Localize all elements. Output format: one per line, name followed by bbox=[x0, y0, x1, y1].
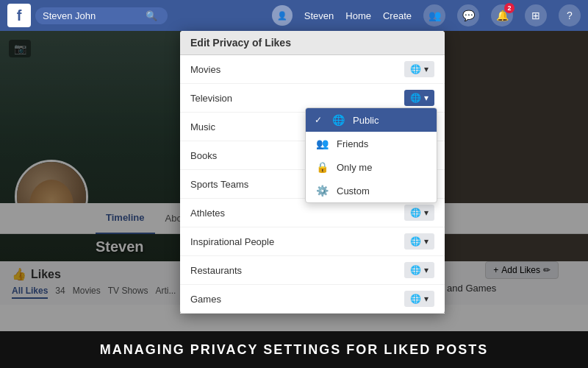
games-privacy-btn[interactable]: 🌐 ▾ bbox=[404, 291, 434, 307]
globe-icon-public: 🌐 bbox=[331, 114, 345, 126]
inspirational-privacy-btn[interactable]: 🌐 ▾ bbox=[404, 233, 434, 250]
movies-privacy-btn[interactable]: 🌐 ▾ bbox=[404, 61, 434, 77]
modal-row-games: Games 🌐 ▾ bbox=[180, 285, 445, 314]
globe-icon-tv: 🌐 bbox=[410, 93, 421, 103]
modal-header: Edit Privacy of Likes bbox=[180, 31, 445, 55]
games-label: Games bbox=[190, 294, 221, 305]
search-input[interactable] bbox=[43, 10, 146, 21]
messenger-icon-btn[interactable]: 💬 bbox=[457, 4, 479, 26]
chevron-down-icon-games: ▾ bbox=[424, 294, 429, 304]
top-nav: f 🔍 👤 Steven Home Create 👥 💬 🔔 2 ⊞ ? bbox=[0, 0, 588, 31]
menu-icon: ⊞ bbox=[531, 10, 540, 21]
modal-row-movies: Movies 🌐 ▾ bbox=[180, 55, 445, 84]
globe-icon-athletes: 🌐 bbox=[410, 208, 421, 218]
friends-label: Friends bbox=[337, 138, 368, 149]
music-label: Music bbox=[190, 121, 215, 132]
search-bar[interactable]: 🔍 bbox=[35, 7, 168, 24]
friends-icon: 👥 bbox=[429, 10, 441, 21]
chevron-down-icon-rest: ▾ bbox=[424, 265, 429, 275]
chevron-down-icon-insp: ▾ bbox=[424, 236, 429, 247]
television-label: Television bbox=[190, 93, 232, 104]
onlyme-label: Only me bbox=[337, 162, 372, 173]
chevron-down-icon-tv: ▾ bbox=[424, 93, 429, 103]
nav-home[interactable]: Home bbox=[345, 10, 371, 21]
nav-create[interactable]: Create bbox=[383, 10, 412, 21]
chevron-down-icon-athletes: ▾ bbox=[424, 208, 429, 218]
nav-username[interactable]: Steven bbox=[304, 10, 334, 21]
friends-group-icon: 👥 bbox=[315, 138, 329, 149]
globe-icon-insp: 🌐 bbox=[410, 236, 421, 247]
search-icon: 🔍 bbox=[146, 10, 157, 21]
nav-center: 👤 Steven Home Create 👥 💬 🔔 2 ⊞ ? bbox=[168, 4, 581, 26]
messenger-icon: 💬 bbox=[462, 10, 475, 21]
television-privacy-btn[interactable]: 🌐 ▾ bbox=[404, 90, 434, 106]
help-icon-btn[interactable]: ? bbox=[559, 4, 581, 26]
dropdown-item-public[interactable]: ✓ 🌐 Public bbox=[306, 108, 437, 132]
athletes-privacy-btn[interactable]: 🌐 ▾ bbox=[404, 205, 434, 221]
books-label: Books bbox=[190, 150, 217, 161]
globe-icon: 🌐 bbox=[410, 64, 421, 74]
notification-badge: 2 bbox=[504, 3, 514, 13]
bottom-bar-text: MANAGING PRIVACY SETTINGS FOR LIKED POST… bbox=[100, 342, 488, 358]
modal-row-restaurants: Restaurants 🌐 ▾ bbox=[180, 256, 445, 285]
dropdown-item-onlyme[interactable]: 🔒 Only me bbox=[306, 155, 437, 179]
facebook-logo: f bbox=[7, 4, 31, 27]
dropdown-item-friends[interactable]: 👥 Friends bbox=[306, 132, 437, 155]
help-icon: ? bbox=[567, 10, 573, 21]
dropdown-item-custom[interactable]: ⚙️ Custom bbox=[306, 179, 437, 202]
globe-icon-rest: 🌐 bbox=[410, 265, 421, 275]
public-label: Public bbox=[353, 115, 379, 126]
edit-privacy-modal: Edit Privacy of Likes Movies 🌐 ▾ Televis… bbox=[180, 31, 445, 314]
privacy-dropdown: ✓ 🌐 Public 👥 Friends 🔒 Only me ⚙️ Custom bbox=[305, 107, 437, 203]
inspirational-label: Inspirational People bbox=[190, 236, 274, 247]
friends-icon-btn[interactable]: 👥 bbox=[423, 4, 445, 26]
restaurants-privacy-btn[interactable]: 🌐 ▾ bbox=[404, 262, 434, 278]
notifications-icon-btn[interactable]: 🔔 2 bbox=[491, 4, 513, 26]
restaurants-label: Restaurants bbox=[190, 265, 242, 276]
chevron-down-icon: ▾ bbox=[424, 64, 429, 74]
athletes-label: Athletes bbox=[190, 208, 225, 219]
sports-teams-label: Sports Teams bbox=[190, 179, 248, 190]
menu-icon-btn[interactable]: ⊞ bbox=[525, 4, 547, 26]
modal-row-inspirational: Inspirational People 🌐 ▾ bbox=[180, 227, 445, 256]
gear-icon: ⚙️ bbox=[315, 185, 329, 197]
bottom-bar: MANAGING PRIVACY SETTINGS FOR LIKED POST… bbox=[0, 331, 588, 368]
checkmark-icon: ✓ bbox=[315, 115, 322, 125]
movies-label: Movies bbox=[190, 64, 220, 75]
custom-label: Custom bbox=[337, 185, 370, 197]
globe-icon-games: 🌐 bbox=[410, 294, 421, 304]
avatar: 👤 bbox=[272, 5, 293, 26]
lock-icon: 🔒 bbox=[315, 161, 329, 173]
